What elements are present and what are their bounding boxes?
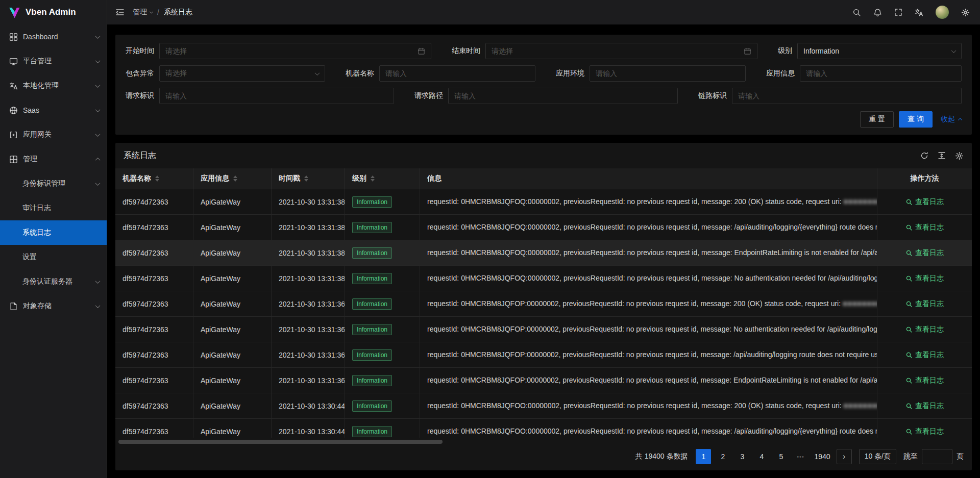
cell-message: requestId: 0HMCRBM8JQFOQ:00000002, previ… xyxy=(420,240,877,265)
chevron-up-icon xyxy=(958,118,962,122)
cell-timestamp: 2021-10-30 13:31:38 xyxy=(272,215,345,240)
view-log-link[interactable]: 查看日志 xyxy=(905,325,944,334)
sidebar-subitem-auth-server[interactable]: 身份认证服务器 xyxy=(0,269,107,294)
table-row: df5974d72363ApiGateWay2021-10-30 13:31:3… xyxy=(115,316,972,342)
breadcrumb-parent[interactable]: 管理 xyxy=(133,8,153,17)
app-info-box xyxy=(800,65,962,82)
chevron-down-icon xyxy=(95,58,101,63)
cell-message: requestId: 0HMCRBM8JQFOP:00000002, previ… xyxy=(420,342,877,367)
column-header-6: 操作方法 xyxy=(877,168,972,189)
sidebar-item-management[interactable]: 管理 xyxy=(0,147,107,171)
chevron-down-icon xyxy=(95,132,101,137)
page-button-1940[interactable]: 1940 xyxy=(812,449,832,464)
view-log-link[interactable]: 查看日志 xyxy=(905,299,944,309)
translate-icon[interactable] xyxy=(915,8,923,17)
settings-icon[interactable] xyxy=(955,152,964,160)
sidebar-item-object-storage[interactable]: 对象存储 xyxy=(0,294,107,318)
sidebar-subitem-audit-logs[interactable]: 审计日志 xyxy=(0,196,107,220)
sidebar-item-gateway[interactable]: 应用网关 xyxy=(0,122,107,147)
machine-name-field: 机器名称 xyxy=(346,65,535,82)
request-id-field: 请求标识 xyxy=(126,88,394,104)
pagination-total: 共 19400 条数据 xyxy=(635,452,688,461)
app-info-input[interactable] xyxy=(806,69,955,78)
sidebar-item-platform[interactable]: 平台管理 xyxy=(0,49,107,73)
notification-icon[interactable] xyxy=(873,8,882,17)
sidebar-subitem-system-logs[interactable]: 系统日志 xyxy=(0,220,107,245)
sidebar-item-label: 管理 xyxy=(23,155,96,164)
environment-input[interactable] xyxy=(596,69,740,78)
platform-icon xyxy=(9,57,18,66)
next-page-button[interactable]: › xyxy=(837,449,852,464)
refresh-icon[interactable] xyxy=(920,152,928,160)
table-column-headers: 机器名称应用信息时间戳级别信息操作方法 xyxy=(115,168,972,189)
request-path-field: 请求路径 xyxy=(414,88,678,104)
cell-machine-name: df5974d72363 xyxy=(115,317,193,342)
view-log-link[interactable]: 查看日志 xyxy=(905,427,944,436)
column-header-3[interactable]: 时间戳 xyxy=(272,168,345,189)
page-button-3[interactable]: 3 xyxy=(734,449,750,464)
page-size-select[interactable]: 10 条/页 xyxy=(859,449,896,464)
column-header-2[interactable]: 应用信息 xyxy=(193,168,272,189)
menu-fold-icon[interactable] xyxy=(115,8,125,17)
settings-icon[interactable] xyxy=(961,8,970,17)
column-header-4[interactable]: 级别 xyxy=(345,168,420,189)
request-path-box xyxy=(448,88,678,104)
view-log-link[interactable]: 查看日志 xyxy=(905,376,944,385)
level-select[interactable]: Information xyxy=(797,43,962,59)
cell-actions: 查看日志 xyxy=(877,393,972,418)
column-header-1[interactable]: 机器名称 xyxy=(115,168,193,189)
start-time-input[interactable] xyxy=(165,47,413,55)
page-button-5[interactable]: 5 xyxy=(773,449,789,464)
chevron-down-icon xyxy=(95,107,101,112)
start-time-datepicker[interactable] xyxy=(159,43,431,59)
view-log-link[interactable]: 查看日志 xyxy=(905,248,944,258)
column-height-icon[interactable] xyxy=(938,152,946,160)
view-log-link[interactable]: 查看日志 xyxy=(905,350,944,360)
end-time-datepicker[interactable] xyxy=(485,43,757,59)
search-icon[interactable] xyxy=(852,8,861,17)
cell-actions: 查看日志 xyxy=(877,240,972,265)
collapse-toggle[interactable]: 收起 xyxy=(941,115,962,124)
avatar[interactable] xyxy=(936,6,949,19)
trace-id-input[interactable] xyxy=(738,92,955,100)
cell-message: requestId: 0HMCRBM8JQFOQ:00000002, previ… xyxy=(420,266,877,291)
sidebar-item-dashboard[interactable]: Dashboard xyxy=(0,24,107,49)
sidebar-item-localization[interactable]: 本地化管理 xyxy=(0,73,107,98)
view-log-link[interactable]: 查看日志 xyxy=(905,223,944,232)
sidebar-subitem-identity[interactable]: 身份标识管理 xyxy=(0,171,107,196)
view-log-link[interactable]: 查看日志 xyxy=(905,401,944,411)
cell-level: Information xyxy=(345,291,420,316)
end-time-input[interactable] xyxy=(492,47,740,55)
chevron-down-icon xyxy=(95,303,101,308)
query-button[interactable]: 查 询 xyxy=(899,111,933,128)
request-id-box xyxy=(159,88,394,104)
has-exception-select[interactable]: 请选择 xyxy=(159,65,325,82)
machine-name-input[interactable] xyxy=(385,69,529,78)
logo[interactable]: Vben Admin xyxy=(0,0,107,24)
page-button-1[interactable]: 1 xyxy=(696,449,711,464)
page-button-2[interactable]: 2 xyxy=(715,449,730,464)
cell-message: requestId: 0HMCRBM8JQFOP:00000002, previ… xyxy=(420,368,877,393)
start-time-field: 开始时间 xyxy=(126,43,431,59)
sort-icon xyxy=(371,175,375,182)
cell-message: requestId: 0HMCRBM8JQFOP:00000002, previ… xyxy=(420,317,877,342)
jump-page-input[interactable] xyxy=(922,449,952,464)
horizontal-scrollbar-thumb[interactable] xyxy=(118,440,443,444)
sidebar-item-label: 本地化管理 xyxy=(23,81,96,90)
request-id-input[interactable] xyxy=(165,92,388,100)
sidebar-item-saas[interactable]: Saas xyxy=(0,98,107,122)
sidebar-subitem-settings[interactable]: 设置 xyxy=(0,245,107,269)
request-path-input[interactable] xyxy=(454,92,672,100)
cell-machine-name: df5974d72363 xyxy=(115,419,193,438)
end-time-label: 结束时间 xyxy=(452,46,480,56)
sidebar-subitem-label: 设置 xyxy=(22,253,100,262)
table-row: df5974d72363ApiGateWay2021-10-30 13:31:3… xyxy=(115,342,972,367)
reset-button[interactable]: 重 置 xyxy=(860,111,894,128)
view-log-link[interactable]: 查看日志 xyxy=(905,274,944,283)
fullscreen-icon[interactable] xyxy=(894,8,902,16)
level-select-value: Information xyxy=(803,47,948,55)
cell-level: Information xyxy=(345,342,420,367)
page-button-4[interactable]: 4 xyxy=(754,449,769,464)
view-log-link[interactable]: 查看日志 xyxy=(905,197,944,207)
cell-level: Information xyxy=(345,368,420,393)
